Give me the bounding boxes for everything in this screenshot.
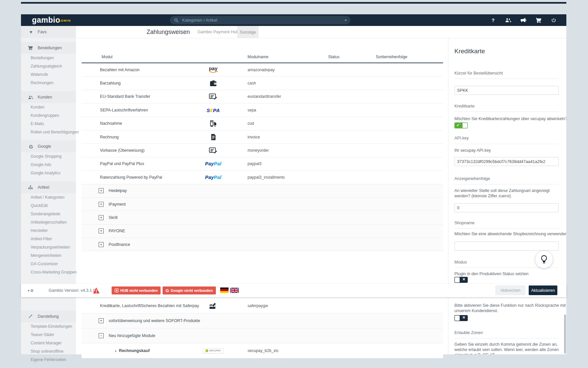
- sidebar-collapse-button[interactable]: ◂≡: [28, 284, 33, 297]
- hint-button[interactable]: [535, 251, 553, 268]
- table-row[interactable]: Nachnahme cod: [82, 117, 443, 130]
- sidebar-item-rollen[interactable]: Rollen und Berechtigungen: [21, 128, 76, 136]
- table-row-group[interactable]: + sofortüberweisung und weitere SOFORT-P…: [82, 313, 443, 328]
- search-input[interactable]: [182, 18, 345, 23]
- divider: [454, 338, 559, 338]
- tab-sonstige[interactable]: Sonstige: [237, 26, 259, 38]
- sidebar-item-gx-customizer[interactable]: GX-Customizer: [21, 260, 76, 268]
- module-code: cod: [248, 121, 254, 126]
- group-label: sofortüberweisung und weitere SOFORT-Pro…: [109, 318, 200, 323]
- sidebar-item-cross-marketing[interactable]: Cross-Marketing Gruppen: [21, 268, 76, 276]
- table-row[interactable]: Bezahlen mit Amazon pay amazonadvpay: [82, 63, 443, 77]
- sidebar-item-google-ads[interactable]: Google Ads: [21, 161, 76, 169]
- sidebar-section-darstellung[interactable]: Darstellung: [21, 310, 76, 322]
- sidebar-item-bestellungen[interactable]: Bestellungen: [21, 54, 76, 62]
- users-icon[interactable]: [505, 18, 512, 23]
- sidebar-item-rechnungen[interactable]: Rechnungen: [21, 79, 76, 87]
- sidebar-item-artikel-kategorien[interactable]: Artikel / Kategorien: [21, 193, 76, 202]
- sidebar-item-hersteller[interactable]: Hersteller: [21, 227, 76, 235]
- table-row-child[interactable]: › Rechnungskauf SECUPAY secupay_b2b_xtc: [82, 343, 443, 358]
- help-icon[interactable]: ?: [490, 17, 496, 23]
- sidebar-bottom: Darstellung Template-Einstellungen Tease…: [21, 310, 76, 364]
- sidebar-item-eigene-fehlerseiten[interactable]: Eigene Fehlerseiten: [21, 356, 76, 364]
- sidebar-section-bestellungen[interactable]: Bestellungen: [21, 42, 76, 54]
- version-text: Gambio Version: v4.3.1.0: [49, 284, 95, 297]
- table-row-group[interactable]: + iPayment: [82, 198, 443, 211]
- sidebar-item-kunden[interactable]: Kunden: [21, 103, 76, 111]
- sidebar-item-emails[interactable]: E-Mails: [21, 120, 76, 128]
- sidebar-item-mengeneinheiten[interactable]: Mengeneinheiten: [21, 252, 76, 260]
- sidebar-item-template-einstellungen[interactable]: Template-Einstellungen: [21, 322, 76, 331]
- shopname-input[interactable]: [454, 242, 559, 251]
- hub-status-badge[interactable]: HUB nicht verbunden: [112, 286, 161, 294]
- expand-icon[interactable]: +: [99, 318, 104, 323]
- menu-icon: ≡: [31, 287, 34, 293]
- sidebar-item-verpackungseinheiten[interactable]: Verpackungseinheiten: [21, 243, 76, 252]
- sepa-pa: PA: [213, 107, 220, 113]
- sidebar-item-artikeleigenschaften[interactable]: Artikeleigenschaften: [21, 218, 76, 227]
- anzeige-input[interactable]: [454, 203, 559, 212]
- sidebar-item-zahlungsabgleich[interactable]: Zahlungsabgleich: [21, 62, 76, 71]
- sidebar-item-widerrufe[interactable]: Widerrufe: [21, 71, 76, 79]
- expand-icon[interactable]: +: [99, 202, 104, 207]
- sidebar-item-content-manager[interactable]: Content Manager: [21, 339, 76, 347]
- sidebar-item-artikel-filter[interactable]: Artikel-Filter: [21, 235, 76, 243]
- table-row-group[interactable]: + Skrill: [82, 211, 443, 224]
- megaphone-icon[interactable]: [520, 18, 527, 23]
- table-row[interactable]: PayPal und PayPal Plus PayPal paypal3: [82, 157, 443, 171]
- sidebar-item-shop-online-offline[interactable]: Shop online/offline: [21, 347, 76, 356]
- sidebar-section-favs[interactable]: ♥ Favs: [21, 26, 76, 38]
- section-label: Kunden: [38, 95, 52, 99]
- table-row[interactable]: Barzahlung cash: [82, 77, 443, 90]
- collapse-icon[interactable]: −: [99, 333, 104, 338]
- table-row-group[interactable]: + Postfinance: [82, 238, 443, 251]
- table-row[interactable]: EU-Standard Bank Transfer eustandardtran…: [82, 90, 443, 103]
- sidebar-item-kundengruppen[interactable]: Kundengruppen: [21, 111, 76, 120]
- service-toggle[interactable]: ✕: [454, 315, 468, 321]
- tab-zahlungsweisen[interactable]: Zahlungsweisen: [147, 26, 190, 38]
- table-row[interactable]: Ratenzahlung Powered by PayPal PayPal pa…: [82, 171, 443, 184]
- sidebar-item-teaser-slider[interactable]: Teaser-Slider: [21, 331, 76, 339]
- table-row[interactable]: Rechnung invoice: [82, 130, 443, 144]
- expand-icon[interactable]: +: [99, 215, 104, 220]
- cancel-button[interactable]: Abbrechen: [495, 285, 525, 295]
- expand-icon[interactable]: +: [99, 188, 104, 193]
- secupay-toggle[interactable]: ✓: [454, 122, 468, 128]
- group-label: Heidelpay: [109, 188, 127, 193]
- google-status-badge[interactable]: G Google nicht verbunden: [163, 286, 216, 294]
- flag-germany-icon[interactable]: [220, 287, 229, 293]
- table-row[interactable]: Vorkasse (Überweisung) moneyorder: [82, 144, 443, 157]
- table-row-group[interactable]: − Neu hinzugefügte Module: [82, 328, 443, 343]
- panel-scrollbar[interactable]: [564, 314, 566, 354]
- sidebar-item-google-shopping[interactable]: Google Shopping: [21, 152, 76, 161]
- sidebar-section-kunden[interactable]: Kunden: [21, 91, 76, 103]
- sidebar-section-artikel[interactable]: Artikel: [21, 181, 76, 193]
- expand-icon[interactable]: +: [99, 242, 104, 247]
- modus-toggle[interactable]: ✕: [454, 277, 468, 283]
- gambio-admin-page: gambio ADMIN ▾ ?: [0, 0, 588, 368]
- sidebar-item-google-analytics[interactable]: Google Analytics: [21, 169, 76, 177]
- tab-gambio-payment-hub[interactable]: Gambio Payment Hub: [198, 26, 239, 38]
- section-label: Darstellung: [38, 314, 59, 319]
- brush-icon: [28, 314, 34, 319]
- update-button[interactable]: Aktualisieren: [529, 285, 557, 295]
- table-row-group[interactable]: + Heidelpay: [82, 184, 443, 198]
- sidebar-item-sonderangebote[interactable]: Sonderangebote: [21, 210, 76, 218]
- sidebar-section-google[interactable]: G Google: [21, 140, 76, 152]
- sidebar-item-quickedit[interactable]: QuickEdit: [21, 202, 76, 210]
- table-row-group[interactable]: + PAYONE: [82, 225, 443, 238]
- flag-uk-icon[interactable]: [230, 287, 239, 293]
- global-search[interactable]: ▾: [170, 16, 350, 24]
- google-g-icon: G: [28, 144, 34, 149]
- module-code: moneyorder: [248, 148, 269, 153]
- cart-icon[interactable]: [536, 18, 542, 23]
- zonen-label: Erlaubte Zonen: [454, 330, 483, 335]
- paypal-pal: Pal: [214, 161, 221, 166]
- kuerzel-input[interactable]: [454, 86, 559, 95]
- table-row[interactable]: SEPA-Lastschriftverfahren S€PA sepa: [82, 103, 443, 117]
- power-icon[interactable]: [551, 18, 558, 23]
- api-key-input[interactable]: [454, 157, 559, 166]
- chevron-down-icon[interactable]: ▾: [345, 18, 346, 22]
- expand-icon[interactable]: +: [99, 229, 104, 234]
- table-row[interactable]: Kreditkarte, LastschriftSicheres Bezahle…: [82, 298, 443, 313]
